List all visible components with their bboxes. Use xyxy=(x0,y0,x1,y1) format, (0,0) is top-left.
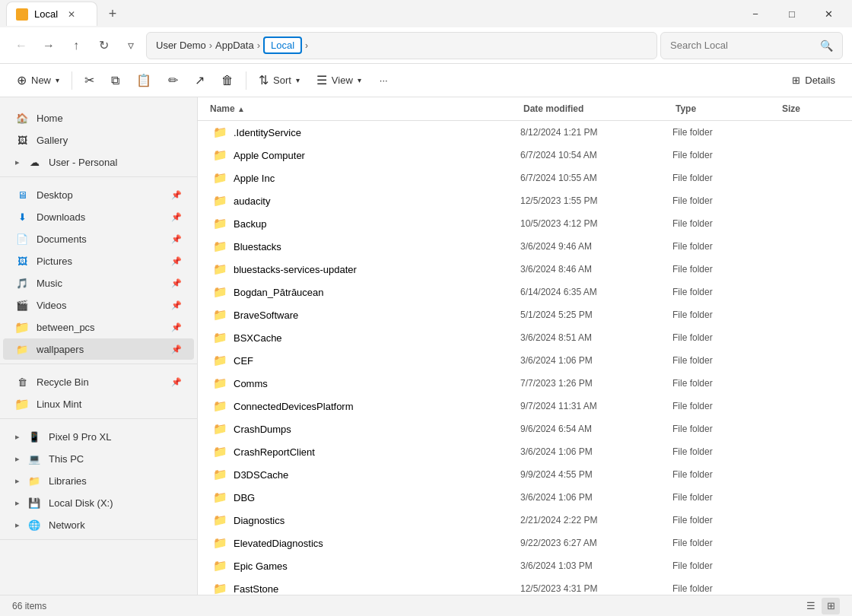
breadcrumb[interactable]: User Demo › AppData › Local › xyxy=(146,32,657,59)
sidebar-item-home[interactable]: 🏠 Home xyxy=(3,107,194,129)
table-row[interactable]: 📁 audacity 12/5/2023 1:55 PM File folder xyxy=(201,189,849,212)
pin-icon-wallpapers: 📌 xyxy=(171,345,182,354)
view-icon: ☰ xyxy=(316,73,327,87)
file-folder-icon: 📁 xyxy=(213,171,227,185)
table-row[interactable]: 📁 Apple Inc 6/7/2024 10:55 AM File folde… xyxy=(201,167,849,189)
file-folder-icon: 📁 xyxy=(213,468,227,481)
sidebar-item-desktop[interactable]: 🖥 Desktop 📌 xyxy=(3,184,194,205)
file-size-cell xyxy=(773,335,849,340)
sidebar-item-libraries[interactable]: ▸ 📁 Libraries xyxy=(3,470,194,491)
more-button[interactable]: ··· xyxy=(372,70,396,90)
file-size-cell xyxy=(773,153,849,157)
details-button[interactable]: ⊞ Details xyxy=(784,70,843,90)
sidebar-label-music: Music xyxy=(37,278,164,289)
grid-view-button[interactable]: ⊞ xyxy=(822,598,840,614)
table-row[interactable]: 📁 .IdentityService 8/12/2024 1:21 PM Fil… xyxy=(201,121,849,144)
file-size-cell xyxy=(773,313,849,317)
header-size[interactable]: Size xyxy=(776,100,852,117)
sidebar-item-network[interactable]: ▸ 🌐 Network xyxy=(3,514,194,535)
file-date-cell: 7/7/2023 1:26 PM xyxy=(514,376,666,391)
table-row[interactable]: 📁 Apple Computer 6/7/2024 10:54 AM File … xyxy=(201,144,849,167)
sidebar-item-documents[interactable]: 📄 Documents 📌 xyxy=(3,228,194,249)
forward-button[interactable]: → xyxy=(37,33,61,58)
delete-button[interactable]: 🗑 xyxy=(214,69,241,92)
file-folder-icon: 📁 xyxy=(213,582,227,595)
breadcrumb-current[interactable]: Local xyxy=(263,37,302,54)
sidebar-item-pixel[interactable]: ▸ 📱 Pixel 9 Pro XL xyxy=(3,426,194,447)
breadcrumb-expand-arrow[interactable]: › xyxy=(305,40,308,51)
back-button[interactable]: ← xyxy=(9,33,33,58)
file-name-label: ConnectedDevicesPlatform xyxy=(234,401,354,412)
table-row[interactable]: 📁 Comms 7/7/2023 1:26 PM File folder xyxy=(201,372,849,395)
table-row[interactable]: 📁 FastStone 12/5/2023 4:31 PM File folde… xyxy=(201,577,849,595)
file-date-cell: 3/6/2024 8:46 AM xyxy=(514,262,666,277)
view-button[interactable]: ☰ View ▾ xyxy=(309,68,369,92)
breadcrumb-appdata[interactable]: AppData xyxy=(215,40,254,51)
table-row[interactable]: 📁 D3DSCache 9/9/2024 4:55 PM File folder xyxy=(201,463,849,486)
table-row[interactable]: 📁 CrashReportClient 3/6/2024 1:06 PM Fil… xyxy=(201,440,849,463)
share-button[interactable]: ↗ xyxy=(187,68,212,92)
sidebar-item-local-disk[interactable]: ▸ 💾 Local Disk (X:) xyxy=(3,492,194,513)
table-row[interactable]: 📁 BSXCache 3/6/2024 8:51 AM File folder xyxy=(201,326,849,349)
details-icon: ⊞ xyxy=(792,75,800,86)
file-date-cell: 2/21/2024 2:22 PM xyxy=(514,513,666,528)
rename-button[interactable]: ✏ xyxy=(161,68,186,92)
cut-button[interactable]: ✂ xyxy=(77,68,102,92)
table-row[interactable]: 📁 Diagnostics 2/21/2024 2:22 PM File fol… xyxy=(201,509,849,532)
table-row[interactable]: 📁 Bogdan_Pătrăucean 6/14/2024 6:35 AM Fi… xyxy=(201,281,849,303)
file-name-cell: 📁 Bluestacks xyxy=(201,237,514,256)
table-row[interactable]: 📁 BraveSoftware 5/1/2024 5:25 PM File fo… xyxy=(201,303,849,326)
sidebar-item-wallpapers[interactable]: 📁 wallpapers 📌 xyxy=(3,338,194,360)
new-button[interactable]: ⊕ New ▾ xyxy=(9,68,67,92)
sidebar-item-music[interactable]: 🎵 Music 📌 xyxy=(3,272,194,294)
tab-close-button[interactable]: ✕ xyxy=(64,7,79,22)
sidebar-item-recycle-bin[interactable]: 🗑 Recycle Bin 📌 xyxy=(3,371,194,392)
table-row[interactable]: 📁 CrashDumps 9/6/2024 6:54 AM File folde… xyxy=(201,418,849,440)
paste-button[interactable]: 📋 xyxy=(129,68,159,92)
file-name-label: Bluestacks xyxy=(234,241,281,252)
sidebar-item-user-personal[interactable]: ▸ ☁ User - Personal xyxy=(3,151,194,173)
recent-locations-button[interactable]: ▿ xyxy=(119,33,143,58)
up-button[interactable]: ↑ xyxy=(64,33,88,58)
table-row[interactable]: 📁 ConnectedDevicesPlatform 9/7/2024 11:3… xyxy=(201,395,849,418)
folder-icon-wallpapers: 📁 xyxy=(15,342,29,356)
header-name-label: Name xyxy=(210,103,235,114)
header-name[interactable]: Name ▲ xyxy=(198,100,517,117)
close-button[interactable]: ✕ xyxy=(811,2,846,26)
table-row[interactable]: 📁 Backup 10/5/2023 4:12 PM File folder xyxy=(201,212,849,235)
file-name-cell: 📁 CrashDumps xyxy=(201,420,514,438)
copy-button[interactable]: ⧉ xyxy=(103,69,127,92)
file-type-cell: File folder xyxy=(666,284,773,300)
table-row[interactable]: 📁 Epic Games 3/6/2024 1:03 PM File folde… xyxy=(201,554,849,577)
sidebar-item-this-pc[interactable]: ▸ 💻 This PC xyxy=(3,448,194,469)
view-dropdown-icon: ▾ xyxy=(358,76,361,84)
new-tab-button[interactable]: + xyxy=(100,2,125,26)
header-type[interactable]: Type xyxy=(669,100,776,117)
tab-local[interactable]: Local ✕ xyxy=(6,2,97,26)
sidebar-item-gallery[interactable]: 🖼 Gallery xyxy=(3,129,194,151)
details-view-button[interactable]: ☰ xyxy=(802,598,820,614)
sidebar-item-pictures[interactable]: 🖼 Pictures 📌 xyxy=(3,250,194,271)
file-date-cell: 3/6/2024 8:51 AM xyxy=(514,330,666,345)
sidebar-item-linux-mint[interactable]: 📁 Linux Mint xyxy=(3,393,194,414)
table-row[interactable]: 📁 ElevatedDiagnostics 9/22/2023 6:27 AM … xyxy=(201,532,849,554)
table-row[interactable]: 📁 bluestacks-services-updater 3/6/2024 8… xyxy=(201,258,849,281)
search-input[interactable] xyxy=(670,40,814,51)
breadcrumb-user-demo[interactable]: User Demo xyxy=(156,40,206,51)
file-date-cell: 9/22/2023 6:27 AM xyxy=(514,535,666,551)
refresh-button[interactable]: ↻ xyxy=(91,33,116,58)
table-row[interactable]: 📁 CEF 3/6/2024 1:06 PM File folder xyxy=(201,349,849,372)
sidebar-item-videos[interactable]: 🎬 Videos 📌 xyxy=(3,294,194,316)
maximize-button[interactable]: □ xyxy=(774,2,809,26)
header-date[interactable]: Date modified xyxy=(517,100,669,117)
folder-icon-linux-mint: 📁 xyxy=(15,397,29,411)
file-size-cell xyxy=(773,472,849,477)
sidebar-item-downloads[interactable]: ⬇ Downloads 📌 xyxy=(3,206,194,227)
file-date-cell: 10/5/2023 4:12 PM xyxy=(514,216,666,231)
table-row[interactable]: 📁 DBG 3/6/2024 1:06 PM File folder xyxy=(201,486,849,509)
sort-button[interactable]: ⇅ Sort ▾ xyxy=(251,68,307,92)
sidebar-item-between-pcs[interactable]: 📁 between_pcs 📌 xyxy=(3,316,194,338)
minimize-button[interactable]: − xyxy=(738,2,773,26)
search-box[interactable]: 🔍 xyxy=(660,32,843,59)
table-row[interactable]: 📁 Bluestacks 3/6/2024 9:46 AM File folde… xyxy=(201,235,849,258)
